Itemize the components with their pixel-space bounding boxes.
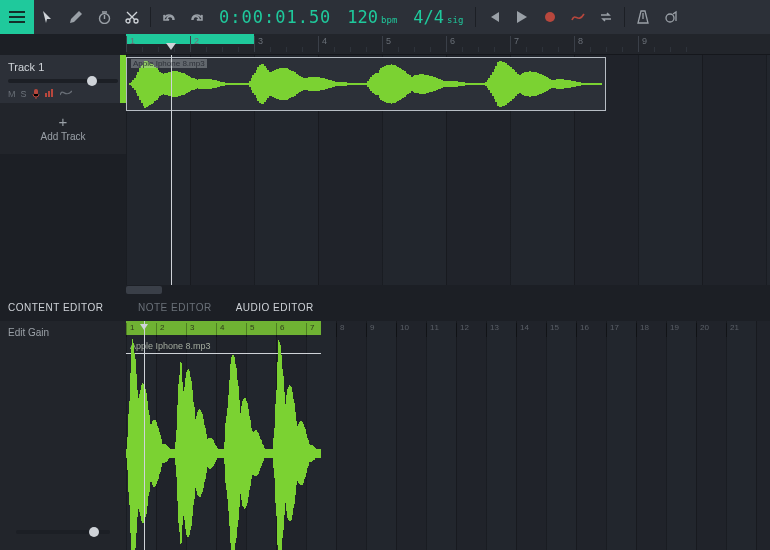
editor-ruler-tick: 7 [306,323,314,337]
countin-button[interactable] [657,0,685,34]
time-value: 0:00:01.50 [219,7,331,27]
toolbar-separator [475,7,476,27]
editor-ruler-tick: 14 [516,323,529,337]
editor-ruler-tick: 15 [546,323,559,337]
audio-clip[interactable]: Apple Iphone 8.mp3 [126,57,606,111]
svg-rect-7 [48,91,50,97]
editor-ruler-tick: 6 [276,323,284,337]
editor-filename: Apple Iphone 8.mp3 [130,341,211,351]
ruler-tick: 7 [510,36,519,52]
track-automation-button[interactable] [60,89,72,99]
ruler-tick: 3 [254,36,263,52]
timeline-ruler[interactable]: 123456789 [126,34,770,54]
ruler-tick: 9 [638,36,647,52]
pointer-icon [42,10,54,24]
svg-point-4 [666,14,674,22]
toolbar-separator [150,7,151,27]
slider-knob[interactable] [87,76,97,86]
gain-line[interactable] [126,353,321,354]
editor-ruler-tick: 18 [636,323,649,337]
editor-ruler-tick: 8 [336,323,344,337]
bars-icon [45,89,55,97]
editor-ruler-tick: 3 [186,323,194,337]
ruler-tick: 6 [446,36,455,52]
mute-button[interactable]: M [8,89,16,99]
bpm-unit: bpm [381,15,397,25]
ruler-tick: 8 [574,36,583,52]
tab-audio-editor[interactable]: Audio Editor [224,302,326,313]
editor-ruler-tick: 11 [426,323,439,337]
ruler-tick: 2 [190,36,199,52]
scissors-tool-button[interactable] [118,0,146,34]
metronome-button[interactable] [629,0,657,34]
track-name[interactable]: Track 1 [0,61,126,79]
automation-button[interactable] [564,0,592,34]
redo-icon [190,10,204,24]
hamburger-menu-button[interactable] [0,0,34,34]
undo-button[interactable] [155,0,183,34]
editor-ruler-tick: 9 [366,323,374,337]
loop-icon [599,11,613,23]
record-icon [545,12,555,22]
ruler-tick: 1 [126,36,135,52]
toolbar-separator [624,7,625,27]
time-display[interactable]: 0:00:01.50 [211,7,339,27]
svg-rect-6 [45,93,47,97]
timer-tool-button[interactable] [90,0,118,34]
track-header[interactable]: Track 1 M S [0,54,126,103]
top-toolbar: 0:00:01.50 120 bpm 4/4 sig [0,0,770,34]
track-button-row: M S [0,89,126,99]
timesig-unit: sig [447,15,463,25]
arm-record-button[interactable] [32,89,40,99]
track-meter-button[interactable] [45,89,55,99]
pencil-icon [70,11,82,23]
editor-ruler-tick: 13 [486,323,499,337]
editor-ruler-tick: 16 [576,323,589,337]
tab-note-editor[interactable]: Note Editor [126,302,224,313]
record-button[interactable] [536,0,564,34]
editor-tab-bar: Content Editor Note Editor Audio Editor [0,295,770,321]
timesig-display[interactable]: 4/4 sig [405,7,471,27]
editor-canvas[interactable]: 123456789101112131415161718192021 Apple … [126,321,770,551]
play-button[interactable] [508,0,536,34]
pencil-tool-button[interactable] [62,0,90,34]
solo-button[interactable]: S [21,89,27,99]
plus-icon: + [0,113,126,130]
rewind-button[interactable] [480,0,508,34]
track-volume-slider[interactable] [8,79,118,83]
editor-ruler-tick: 19 [666,323,679,337]
loop-button[interactable] [592,0,620,34]
mic-icon [32,89,40,99]
ruler-spacer [0,34,126,54]
horizontal-scrollbar[interactable] [126,285,770,295]
track-lane[interactable]: Apple Iphone 8.mp3 [126,55,770,113]
editor-ruler[interactable]: 123456789101112131415161718192021 [126,321,770,339]
bpm-display[interactable]: 120 bpm [339,7,405,27]
editor-area: Edit Gain 123456789101112131415161718192… [0,321,770,551]
editor-ruler-tick: 10 [396,323,409,337]
redo-button[interactable] [183,0,211,34]
svg-rect-8 [51,89,53,97]
add-track-label: Add Track [40,131,85,142]
editor-waveform [126,357,321,551]
automation-icon [571,12,585,22]
svg-point-3 [545,12,555,22]
bpm-value: 120 [347,7,378,27]
editor-ruler-tick: 4 [216,323,224,337]
add-track-button[interactable]: + Add Track [0,103,126,154]
pointer-tool-button[interactable] [34,0,62,34]
edit-gain-label[interactable]: Edit Gain [8,327,49,338]
scrollbar-thumb[interactable] [126,286,162,294]
arrangement-area[interactable]: Apple Iphone 8.mp3 [126,54,770,285]
play-icon [517,11,527,23]
countin-icon [664,10,678,24]
editor-ruler-tick: 12 [456,323,469,337]
master-volume-slider[interactable] [16,530,110,534]
stopwatch-icon [98,11,111,24]
skip-back-icon [488,12,500,22]
timesig-value: 4/4 [413,7,444,27]
undo-icon [162,10,176,24]
ruler-tick: 5 [382,36,391,52]
editor-ruler-tick: 20 [696,323,709,337]
main-area: Track 1 M S + Add Track [0,34,770,550]
